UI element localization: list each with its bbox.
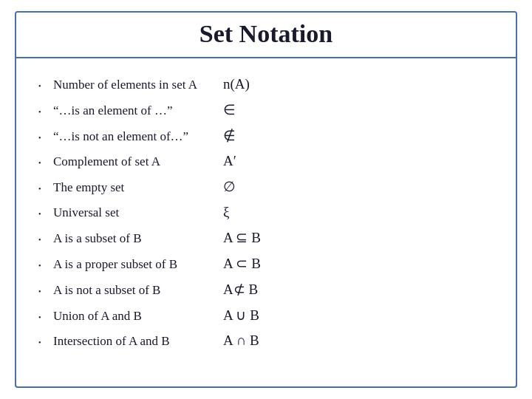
- notation-row: •“…is not an element of…”∉: [38, 123, 494, 149]
- slide-container: Set Notation •Number of elements in set …: [15, 11, 517, 388]
- row-symbol: A⊄ B: [223, 281, 258, 298]
- notation-row: •A is a proper subset of BA ⊂ B: [38, 250, 494, 276]
- notation-row: •Complement of set AA′: [38, 149, 494, 174]
- row-description: Union of A and B: [53, 309, 216, 324]
- bullet-icon: •: [38, 234, 53, 244]
- bullet-icon: •: [38, 337, 53, 347]
- row-symbol: A′: [223, 153, 236, 169]
- row-description: Intersection of A and B: [53, 334, 216, 349]
- slide-title: Set Notation: [200, 20, 332, 47]
- row-symbol: ∈: [223, 101, 236, 118]
- row-symbol: ξ: [223, 204, 229, 220]
- row-description: Universal set: [53, 205, 216, 220]
- row-symbol: A ∩ B: [223, 332, 259, 349]
- row-description: A is a subset of B: [53, 231, 216, 246]
- row-symbol: A ⊆ B: [223, 229, 261, 246]
- bullet-icon: •: [38, 81, 53, 90]
- bullet-icon: •: [38, 286, 53, 296]
- slide-header: Set Notation: [16, 13, 516, 58]
- notation-row: •A is a subset of BA ⊆ B: [38, 225, 494, 250]
- row-symbol: ∉: [223, 127, 236, 144]
- bullet-icon: •: [38, 132, 53, 142]
- notation-row: •“…is an element of …”∈: [38, 97, 494, 123]
- row-symbol: ∅: [223, 178, 236, 195]
- row-symbol: A ∪ B: [223, 307, 259, 324]
- row-description: A is a proper subset of B: [53, 257, 216, 272]
- notation-row: •A is not a subset of BA⊄ B: [38, 276, 494, 302]
- row-description: “…is an element of …”: [53, 103, 216, 118]
- notation-row: •The empty set∅: [38, 174, 494, 200]
- bullet-icon: •: [38, 208, 53, 218]
- bullet-icon: •: [38, 106, 53, 116]
- bullet-icon: •: [38, 312, 53, 321]
- notation-row: •Intersection of A and BA ∩ B: [38, 328, 494, 353]
- bullet-icon: •: [38, 183, 53, 193]
- notation-row: •Universal setξ: [38, 200, 494, 225]
- row-symbol: A ⊂ B: [223, 255, 261, 272]
- row-description: Complement of set A: [53, 154, 216, 169]
- bullet-icon: •: [38, 260, 53, 270]
- row-description: “…is not an element of…”: [53, 129, 216, 144]
- row-symbol: n(A): [223, 76, 250, 92]
- bullet-icon: •: [38, 157, 53, 167]
- slide-body: •Number of elements in set An(A)•“…is an…: [16, 58, 516, 386]
- notation-row: •Union of A and BA ∪ B: [38, 302, 494, 328]
- row-description: The empty set: [53, 180, 216, 195]
- notation-row: •Number of elements in set An(A): [38, 72, 494, 97]
- row-description: A is not a subset of B: [53, 283, 216, 298]
- row-description: Number of elements in set A: [53, 78, 216, 92]
